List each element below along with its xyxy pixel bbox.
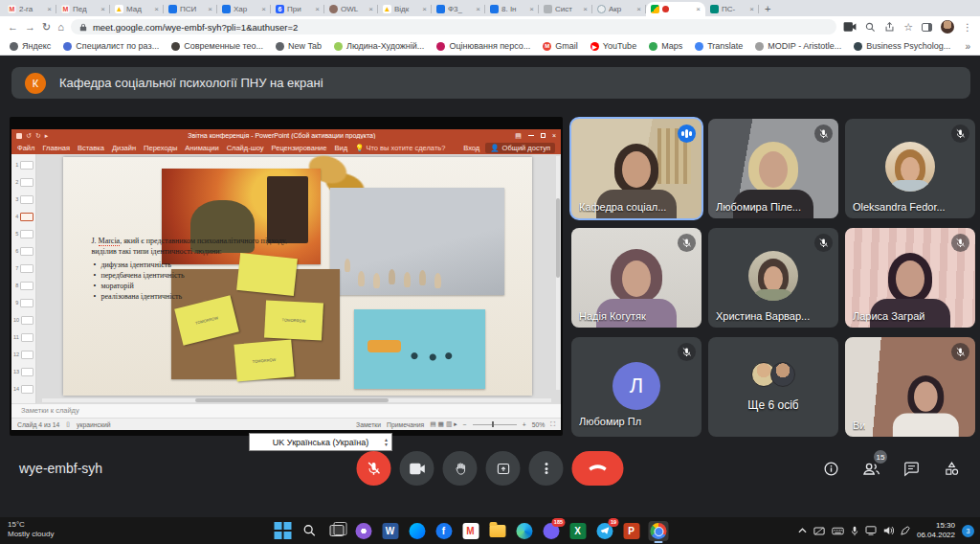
mic-toggle-button[interactable] (357, 451, 391, 486)
app-gmail[interactable]: M (460, 521, 480, 541)
screen-share-stage[interactable]: ↺↻▸ Звітна конференція - PowerPoint (Сбо… (10, 117, 563, 436)
quick-access-toolbar[interactable]: ↺↻▸ (16, 132, 48, 140)
slide-thumbnail[interactable]: 11 (11, 329, 35, 346)
self-tile[interactable]: Ви (845, 337, 975, 437)
menu-slideshow[interactable]: Слайд-шоу (227, 144, 264, 152)
slide-thumbnail[interactable]: 7 (11, 260, 35, 277)
end-call-button[interactable] (572, 451, 624, 486)
bookmark-item[interactable]: Специалист по раз... (63, 41, 159, 51)
tab-close-icon[interactable]: × (100, 5, 105, 13)
menu-design[interactable]: Дизайн (112, 144, 136, 152)
tab-close-icon[interactable]: × (529, 5, 534, 13)
app-facebook[interactable]: f (434, 521, 454, 541)
raise-hand-button[interactable] (443, 451, 478, 486)
notes-pane[interactable]: Заметки к слайду (11, 403, 561, 418)
app-telegram[interactable]: 19 (594, 521, 614, 541)
slide-thumbnail[interactable]: 13 (11, 363, 35, 380)
vertical-scrollbar[interactable] (556, 156, 560, 390)
notes-toggle[interactable]: Заметки (356, 421, 381, 428)
restore-button[interactable] (541, 133, 546, 138)
tab-close-icon[interactable]: × (368, 5, 373, 13)
browser-tab[interactable]: 6При× (271, 2, 324, 16)
bookmark-item[interactable]: ▶YouTube (590, 41, 636, 51)
participants-icon[interactable]: 15 (861, 459, 880, 478)
browser-tab[interactable]: ПСИ× (164, 2, 217, 16)
app-word[interactable]: W (380, 521, 400, 541)
tab-close-icon[interactable]: × (261, 5, 266, 13)
camera-toggle-button[interactable] (400, 451, 434, 486)
app-chrome-active[interactable] (648, 521, 668, 541)
lock-icon[interactable] (79, 23, 87, 32)
language-indicator[interactable]: украинский (77, 421, 110, 428)
browser-tab[interactable]: Хар× (217, 2, 271, 16)
participant-tile[interactable]: Кафедра соціал... (571, 119, 702, 218)
tray-expand-icon[interactable] (798, 528, 807, 533)
horizontal-scrollbar[interactable] (42, 398, 551, 402)
bookmark-item[interactable]: Людина-Художній... (334, 41, 424, 51)
participant-tile[interactable]: Надія Когутяк (571, 228, 702, 328)
tab-close-icon[interactable]: × (315, 5, 320, 13)
bookmark-item[interactable]: Maps (649, 41, 682, 51)
forward-button[interactable]: → (25, 22, 35, 33)
microphone-tray-icon[interactable] (851, 526, 858, 536)
participant-tile[interactable]: Oleksandra Fedor... (845, 119, 975, 218)
tab-close-icon[interactable]: × (47, 5, 52, 13)
zoom-out-icon[interactable]: − (463, 421, 467, 428)
new-tab-button[interactable]: + (765, 3, 770, 14)
app-excel[interactable]: X (568, 521, 588, 541)
close-button[interactable]: × (552, 132, 556, 139)
browser-tab[interactable]: 8. Ін× (485, 2, 539, 16)
browser-tab[interactable]: Ф3_× (432, 2, 485, 16)
slide-thumbnail[interactable]: 9 (11, 294, 35, 311)
slide-thumbnail[interactable]: 3 (11, 191, 35, 208)
touchpad-icon[interactable] (813, 527, 825, 535)
slide-thumbnail[interactable]: 14 (11, 380, 35, 397)
browser-tab[interactable]: Сист× (539, 2, 592, 16)
menu-file[interactable]: Файл (17, 144, 34, 152)
view-buttons[interactable]: ▤ ▦ ▥ ▸ (430, 420, 457, 428)
participant-tile[interactable]: Любомира Піле... (708, 119, 838, 218)
tab-close-icon[interactable]: × (696, 5, 701, 13)
activities-icon[interactable] (942, 459, 961, 478)
fit-slide-icon[interactable]: ⛶ (550, 420, 555, 428)
start-button[interactable] (273, 521, 293, 541)
browser-tab[interactable]: Акр× (592, 2, 646, 16)
app-file-explorer[interactable] (487, 521, 507, 541)
address-bar[interactable]: meet.google.com/wye-embf-syh?pli=1&authu… (71, 19, 836, 34)
bookmark-item[interactable]: MGmail (543, 41, 578, 51)
browser-tab[interactable]: ▲Мад× (110, 2, 164, 16)
app-viber[interactable]: 185 (541, 521, 561, 541)
side-panel-icon[interactable] (922, 23, 932, 32)
app-messenger[interactable] (407, 521, 427, 541)
browser-tab[interactable]: OWL× (324, 2, 378, 16)
bookmark-item[interactable]: MODIP - Aristotle... (755, 41, 841, 51)
bookmark-item[interactable]: Современные тео... (171, 41, 263, 51)
slide-thumbnail[interactable]: 4 (11, 208, 35, 225)
tell-me-box[interactable]: 💡 Что вы хотите сделать? (355, 144, 445, 152)
app-camera[interactable] (353, 521, 373, 541)
bookmark-item[interactable]: New Tab (276, 41, 322, 51)
bookmarks-overflow-icon[interactable]: » (965, 41, 970, 52)
slide-thumbnail[interactable]: 8 (11, 277, 35, 294)
notification-count-badge[interactable]: 3 (962, 525, 974, 537)
tab-close-icon[interactable]: × (636, 5, 641, 13)
slide-thumbnail-panel[interactable]: 1234567891011121314 (11, 154, 36, 403)
caption-language-select[interactable]: UK Українська (Україна) ▲▼ (249, 433, 392, 451)
back-button[interactable]: ← (8, 22, 18, 33)
tab-close-icon[interactable]: × (422, 5, 427, 13)
app-powerpoint[interactable]: P (621, 521, 641, 541)
tab-close-icon[interactable]: × (154, 5, 159, 13)
browser-tab[interactable]: × (646, 2, 705, 16)
search-button[interactable] (300, 521, 320, 541)
slide-thumbnail[interactable]: 10 (11, 311, 35, 329)
pen-input-icon[interactable] (901, 526, 910, 535)
bookmark-item[interactable]: Translate (695, 41, 743, 51)
meeting-details-icon[interactable] (821, 459, 840, 478)
menu-animations[interactable]: Анимации (185, 144, 218, 152)
slide-thumbnail[interactable]: 1 (11, 156, 35, 173)
slide-thumbnail[interactable]: 2 (11, 173, 35, 191)
redo-icon[interactable]: ↻ (35, 132, 41, 140)
participant-tile[interactable]: Л Любомир Пл (571, 337, 702, 437)
bookmark-item[interactable]: Оцінювання персо... (436, 41, 530, 51)
tab-close-icon[interactable]: × (749, 5, 754, 13)
